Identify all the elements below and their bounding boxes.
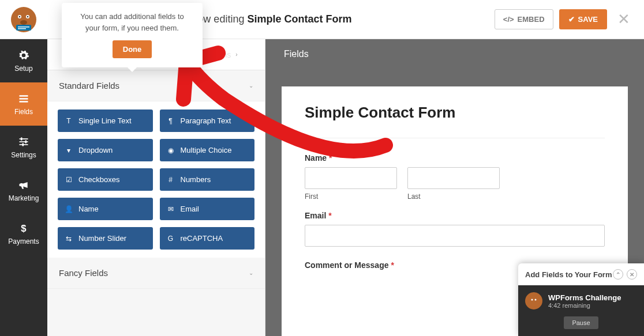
svg-rect-11 [20,101,28,103]
sidebar-item-settings[interactable]: Settings [0,126,47,169]
last-sublabel: Last [407,192,500,201]
svg-rect-13 [20,141,28,142]
close-challenge-icon[interactable]: ✕ [627,269,637,280]
svg-rect-6 [16,25,31,31]
svg-rect-9 [20,95,28,97]
tooltip-text: You can add additional fields to your fo… [72,11,192,33]
sidebar-item-fields[interactable]: Fields [0,82,47,126]
sidebar-item-payments[interactable]: $ Payments [0,212,47,255]
radio-icon: ◉ [167,146,175,154]
sidebar-item-setup[interactable]: Setup [0,39,47,82]
divider [305,138,605,138]
field-numbers[interactable]: #Numbers [160,168,255,191]
pause-button[interactable]: Pause [564,316,598,329]
challenge-avatar-icon [525,292,542,309]
field-single-line-text[interactable]: TSingle Line Text [58,110,153,132]
slider-icon: ⇆ [65,235,73,243]
field-multiple-choice[interactable]: ◉Multiple Choice [160,139,255,161]
field-checkboxes[interactable]: ☑Checkboxes [58,168,153,191]
field-paragraph-text[interactable]: ¶Paragraph Text [160,110,255,132]
svg-rect-7 [18,27,29,28]
svg-point-19 [528,295,540,307]
svg-rect-16 [25,140,27,143]
svg-rect-8 [18,28,26,29]
list-icon [18,93,29,104]
name-label: Name * [305,153,605,163]
left-panel: Add Fields ⌄ Field Options › Standard Fi… [47,39,265,336]
sidebar-item-marketing[interactable]: Marketing [0,169,47,212]
save-button[interactable]: ✔ SAVE [559,9,607,29]
svg-rect-17 [23,143,24,146]
check-icon: ☑ [65,176,73,184]
section-standard-fields[interactable]: Standard Fields ⌄ [47,70,265,101]
hash-icon: # [167,176,175,184]
user-icon: 👤 [65,205,73,213]
field-number-slider[interactable]: ⇆Number Slider [58,227,153,250]
svg-rect-10 [20,98,28,100]
close-icon[interactable]: ✕ [613,10,635,28]
onboarding-tooltip: You can add additional fields to your fo… [62,3,203,67]
preview-tab-fields[interactable]: Fields [265,39,644,69]
wpforms-logo [0,0,47,39]
sliders-icon [18,136,29,148]
dollar-icon: $ [18,222,29,234]
embed-button[interactable]: </> EMBED [495,9,553,29]
challenge-remaining: 4:42 remaining [548,302,621,309]
email-input[interactable] [305,225,605,247]
check-icon: ✔ [568,15,575,24]
standard-fields-grid: TSingle Line Text ¶Paragraph Text ▾Dropd… [47,101,265,258]
chevron-down-icon: ⌄ [249,270,253,276]
field-dropdown[interactable]: ▾Dropdown [58,139,153,161]
field-recaptcha[interactable]: GreCAPTCHA [160,227,255,250]
paragraph-icon: ¶ [167,117,175,125]
svg-point-20 [531,299,533,301]
code-icon: </> [503,15,514,24]
email-label: Email * [305,211,605,220]
svg-point-4 [27,16,29,17]
done-button[interactable]: Done [113,40,152,58]
section-fancy-fields[interactable]: Fancy Fields ⌄ [47,258,265,289]
challenge-title: WPForms Challenge [548,293,621,302]
svg-point-3 [19,16,21,17]
sidebar: Setup Fields Settings Marketing $ Paymen… [0,39,47,336]
chevron-right-icon: › [235,51,237,58]
gear-icon [18,50,29,61]
field-email[interactable]: ✉Email [160,198,255,220]
bullhorn-icon [18,179,29,191]
last-name-input[interactable] [407,167,500,189]
svg-rect-12 [20,138,28,139]
svg-point-5 [20,20,27,25]
first-sublabel: First [305,192,397,201]
field-name[interactable]: 👤Name [58,198,153,220]
svg-text:$: $ [21,222,27,233]
dropdown-icon: ▾ [65,146,73,154]
challenge-header: Add Fields to Your Form ⌃ ✕ [518,263,644,285]
svg-rect-15 [21,137,23,140]
challenge-widget: Add Fields to Your Form ⌃ ✕ WPForms Chal… [518,263,644,336]
name-row: First Last [305,167,605,201]
top-actions: </> EMBED ✔ SAVE ✕ [495,9,644,29]
text-icon: T [65,117,73,125]
svg-point-21 [535,299,537,301]
recaptcha-icon: G [167,235,175,243]
first-name-input[interactable] [305,167,397,189]
form-title: Simple Contact Form [305,104,605,122]
mail-icon: ✉ [167,205,175,213]
minimize-icon[interactable]: ⌃ [613,269,623,280]
chevron-down-icon: ⌄ [249,82,253,89]
challenge-body: WPForms Challenge 4:42 remaining Pause [518,285,644,336]
